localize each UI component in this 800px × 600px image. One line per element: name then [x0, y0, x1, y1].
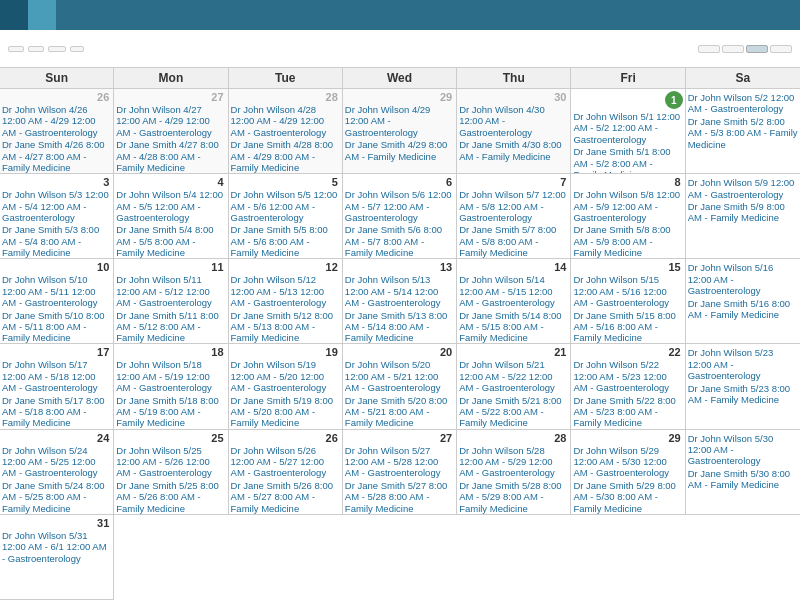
calendar-event[interactable]: Dr John Wilson 4/30 12:00 AM - Gastroent…: [459, 104, 568, 138]
calendar-event[interactable]: Dr John Wilson 5/19 12:00 AM - 5/20 12:0…: [231, 359, 340, 393]
calendar-event[interactable]: Dr Jane Smith 5/30 8:00 AM - Family Medi…: [688, 468, 798, 491]
calendar-event[interactable]: Dr John Wilson 5/5 12:00 AM - 5/6 12:00 …: [231, 189, 340, 223]
calendar-cell[interactable]: 31Dr John Wilson 5/31 12:00 AM - 6/1 12:…: [0, 515, 114, 600]
calendar-event[interactable]: Dr John Wilson 5/14 12:00 AM - 5/15 12:0…: [459, 274, 568, 308]
calendar-event[interactable]: Dr Jane Smith 5/10 8:00 AM - 5/11 8:00 A…: [2, 310, 111, 344]
calendar-event[interactable]: Dr John Wilson 4/27 12:00 AM - 4/29 12:0…: [116, 104, 225, 138]
calendar-cell[interactable]: 1Dr John Wilson 5/1 12:00 AM - 5/2 12:00…: [571, 89, 685, 174]
nav-logger[interactable]: [168, 0, 196, 30]
filter-button[interactable]: [70, 46, 84, 52]
calendar-cell[interactable]: 6Dr John Wilson 5/6 12:00 AM - 5/7 12:00…: [343, 174, 457, 259]
calendar-event[interactable]: Dr John Wilson 5/30 12:00 AM - Gastroent…: [688, 433, 798, 467]
calendar-cell[interactable]: 25Dr John Wilson 5/25 12:00 AM - 5/26 12…: [114, 430, 228, 515]
calendar-cell[interactable]: Dr John Wilson 5/16 12:00 AM - Gastroent…: [686, 259, 800, 344]
calendar-cell[interactable]: 8Dr John Wilson 5/8 12:00 AM - 5/9 12:00…: [571, 174, 685, 259]
calendar-cell[interactable]: Dr John Wilson 5/30 12:00 AM - Gastroent…: [686, 430, 800, 515]
nav-members[interactable]: [84, 0, 112, 30]
calendar-event[interactable]: Dr John Wilson 5/23 12:00 AM - Gastroent…: [688, 347, 798, 381]
calendar-event[interactable]: Dr John Wilson 5/24 12:00 AM - 5/25 12:0…: [2, 445, 111, 479]
calendar-event[interactable]: Dr Jane Smith 5/23 8:00 AM - Family Medi…: [688, 383, 798, 406]
calendar-cell[interactable]: Dr John Wilson 5/2 12:00 AM - Gastroente…: [686, 89, 800, 174]
calendar-cell[interactable]: 17Dr John Wilson 5/17 12:00 AM - 5/18 12…: [0, 344, 114, 429]
calendar-event[interactable]: Dr John Wilson 5/1 12:00 AM - 5/2 12:00 …: [573, 111, 682, 145]
view-month-button[interactable]: [746, 45, 768, 53]
calendar-event[interactable]: Dr John Wilson 5/3 12:00 AM - 5/4 12:00 …: [2, 189, 111, 223]
calendar-event[interactable]: Dr John Wilson 5/9 12:00 AM - Gastroente…: [688, 177, 798, 200]
nav-home[interactable]: [0, 0, 28, 30]
calendar-event[interactable]: Dr John Wilson 5/22 12:00 AM - 5/23 12:0…: [573, 359, 682, 393]
calendar-cell[interactable]: 27Dr John Wilson 4/27 12:00 AM - 4/29 12…: [114, 89, 228, 174]
calendar-event[interactable]: Dr John Wilson 5/25 12:00 AM - 5/26 12:0…: [116, 445, 225, 479]
calendar-cell[interactable]: 20Dr John Wilson 5/20 12:00 AM - 5/21 12…: [343, 344, 457, 429]
calendar-event[interactable]: Dr John Wilson 5/17 12:00 AM - 5/18 12:0…: [2, 359, 111, 393]
today-button[interactable]: [48, 46, 66, 52]
nav-directories[interactable]: [140, 0, 168, 30]
calendar-cell[interactable]: 24Dr John Wilson 5/24 12:00 AM - 5/25 12…: [0, 430, 114, 515]
calendar-event[interactable]: Dr Jane Smith 4/26 8:00 AM - 4/27 8:00 A…: [2, 139, 111, 173]
view-timeline-button[interactable]: [770, 45, 792, 53]
calendar-event[interactable]: Dr John Wilson 5/7 12:00 AM - 5/8 12:00 …: [459, 189, 568, 223]
calendar-event[interactable]: Dr Jane Smith 5/24 8:00 AM - 5/25 8:00 A…: [2, 480, 111, 514]
calendar-cell[interactable]: 13Dr John Wilson 5/13 12:00 AM - 5/14 12…: [343, 259, 457, 344]
view-week-button[interactable]: [722, 45, 744, 53]
calendar-event[interactable]: Dr Jane Smith 4/27 8:00 AM - 4/28 8:00 A…: [116, 139, 225, 173]
calendar-cell[interactable]: 7Dr John Wilson 5/7 12:00 AM - 5/8 12:00…: [457, 174, 571, 259]
calendar-event[interactable]: Dr Jane Smith 5/26 8:00 AM - 5/27 8:00 A…: [231, 480, 340, 514]
calendar-cell[interactable]: 22Dr John Wilson 5/22 12:00 AM - 5/23 12…: [571, 344, 685, 429]
calendar-event[interactable]: Dr John Wilson 5/8 12:00 AM - 5/9 12:00 …: [573, 189, 682, 223]
calendar-cell[interactable]: 21Dr John Wilson 5/21 12:00 AM - 5/22 12…: [457, 344, 571, 429]
calendar-event[interactable]: Dr Jane Smith 5/15 8:00 AM - 5/16 8:00 A…: [573, 310, 682, 344]
calendar-event[interactable]: Dr John Wilson 5/12 12:00 AM - 5/13 12:0…: [231, 274, 340, 308]
calendar-event[interactable]: Dr Jane Smith 5/11 8:00 AM - 5/12 8:00 A…: [116, 310, 225, 344]
calendar-event[interactable]: Dr Jane Smith 5/13 8:00 AM - 5/14 8:00 A…: [345, 310, 454, 344]
calendar-event[interactable]: Dr Jane Smith 5/22 8:00 AM - 5/23 8:00 A…: [573, 395, 682, 429]
calendar-cell[interactable]: 28Dr John Wilson 4/28 12:00 AM - 4/29 12…: [229, 89, 343, 174]
calendar-cell[interactable]: 11Dr John Wilson 5/11 12:00 AM - 5/12 12…: [114, 259, 228, 344]
calendar-event[interactable]: Dr John Wilson 5/6 12:00 AM - 5/7 12:00 …: [345, 189, 454, 223]
calendar-event[interactable]: Dr John Wilson 5/27 12:00 AM - 5/28 12:0…: [345, 445, 454, 479]
calendar-event[interactable]: Dr Jane Smith 5/2 8:00 AM - 5/3 8:00 AM …: [688, 116, 798, 150]
calendar-cell[interactable]: Dr John Wilson 5/9 12:00 AM - Gastroente…: [686, 174, 800, 259]
calendar-event[interactable]: Dr John Wilson 5/21 12:00 AM - 5/22 12:0…: [459, 359, 568, 393]
calendar-event[interactable]: Dr Jane Smith 5/20 8:00 AM - 5/21 8:00 A…: [345, 395, 454, 429]
calendar-cell[interactable]: 14Dr John Wilson 5/14 12:00 AM - 5/15 12…: [457, 259, 571, 344]
calendar-event[interactable]: Dr John Wilson 5/4 12:00 AM - 5/5 12:00 …: [116, 189, 225, 223]
calendar-event[interactable]: Dr Jane Smith 5/18 8:00 AM - 5/19 8:00 A…: [116, 395, 225, 429]
calendar-event[interactable]: Dr John Wilson 5/2 12:00 AM - Gastroente…: [688, 92, 798, 115]
view-day-button[interactable]: [698, 45, 720, 53]
calendar-event[interactable]: Dr John Wilson 5/13 12:00 AM - 5/14 12:0…: [345, 274, 454, 308]
calendar-event[interactable]: Dr John Wilson 5/26 12:00 AM - 5/27 12:0…: [231, 445, 340, 479]
calendar-event[interactable]: Dr Jane Smith 5/5 8:00 AM - 5/6 8:00 AM …: [231, 224, 340, 258]
calendar-event[interactable]: Dr John Wilson 4/28 12:00 AM - 4/29 12:0…: [231, 104, 340, 138]
calendar-cell[interactable]: 19Dr John Wilson 5/19 12:00 AM - 5/20 12…: [229, 344, 343, 429]
calendar-cell[interactable]: 30Dr John Wilson 4/30 12:00 AM - Gastroe…: [457, 89, 571, 174]
nav-contact[interactable]: [112, 0, 140, 30]
calendar-event[interactable]: Dr John Wilson 5/11 12:00 AM - 5/12 12:0…: [116, 274, 225, 308]
prev-button[interactable]: [8, 46, 24, 52]
calendar-event[interactable]: Dr John Wilson 5/28 12:00 AM - 5/29 12:0…: [459, 445, 568, 479]
calendar-cell[interactable]: 26Dr John Wilson 4/26 12:00 AM - 4/29 12…: [0, 89, 114, 174]
calendar-cell[interactable]: 3Dr John Wilson 5/3 12:00 AM - 5/4 12:00…: [0, 174, 114, 259]
calendar-event[interactable]: Dr Jane Smith 5/9 8:00 AM - Family Medic…: [688, 201, 798, 224]
calendar-cell[interactable]: 26Dr John Wilson 5/26 12:00 AM - 5/27 12…: [229, 430, 343, 515]
calendar-event[interactable]: Dr John Wilson 5/20 12:00 AM - 5/21 12:0…: [345, 359, 454, 393]
calendar-event[interactable]: Dr Jane Smith 5/6 8:00 AM - 5/7 8:00 AM …: [345, 224, 454, 258]
calendar-event[interactable]: Dr Jane Smith 5/7 8:00 AM - 5/8 8:00 AM …: [459, 224, 568, 258]
calendar-event[interactable]: Dr Jane Smith 5/29 8:00 AM - 5/30 8:00 A…: [573, 480, 682, 514]
calendar-event[interactable]: Dr John Wilson 5/18 12:00 AM - 5/19 12:0…: [116, 359, 225, 393]
calendar-event[interactable]: Dr Jane Smith 5/27 8:00 AM - 5/28 8:00 A…: [345, 480, 454, 514]
calendar-cell[interactable]: 28Dr John Wilson 5/28 12:00 AM - 5/29 12…: [457, 430, 571, 515]
calendar-cell[interactable]: 5Dr John Wilson 5/5 12:00 AM - 5/6 12:00…: [229, 174, 343, 259]
calendar-event[interactable]: Dr John Wilson 5/16 12:00 AM - Gastroent…: [688, 262, 798, 296]
calendar-event[interactable]: Dr John Wilson 5/29 12:00 AM - 5/30 12:0…: [573, 445, 682, 479]
nav-messages[interactable]: [56, 0, 84, 30]
nav-reports[interactable]: [196, 0, 224, 30]
calendar-event[interactable]: Dr Jane Smith 5/28 8:00 AM - 5/29 8:00 A…: [459, 480, 568, 514]
calendar-cell[interactable]: Dr John Wilson 5/23 12:00 AM - Gastroent…: [686, 344, 800, 429]
calendar-event[interactable]: Dr Jane Smith 5/12 8:00 AM - 5/13 8:00 A…: [231, 310, 340, 344]
calendar-cell[interactable]: 4Dr John Wilson 5/4 12:00 AM - 5/5 12:00…: [114, 174, 228, 259]
calendar-cell[interactable]: 15Dr John Wilson 5/15 12:00 AM - 5/16 12…: [571, 259, 685, 344]
calendar-event[interactable]: Dr John Wilson 4/26 12:00 AM - 4/29 12:0…: [2, 104, 111, 138]
nav-oncall[interactable]: [28, 0, 56, 30]
calendar-event[interactable]: Dr Jane Smith 5/4 8:00 AM - 5/5 8:00 AM …: [116, 224, 225, 258]
